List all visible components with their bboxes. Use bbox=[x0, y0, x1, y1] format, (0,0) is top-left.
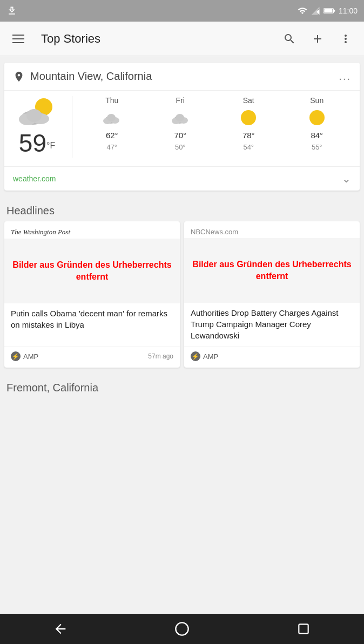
forecast-fri-label: Fri bbox=[176, 96, 185, 105]
weather-forecast: Thu 62° 47° Fri 70° bbox=[72, 96, 351, 158]
forecast-fri: Fri 70° 50° bbox=[171, 96, 190, 158]
menu-button[interactable] bbox=[9, 29, 28, 49]
svg-point-17 bbox=[309, 110, 325, 125]
news-image-1: Bilder aus Gründen des Urheberrechts ent… bbox=[4, 239, 180, 303]
search-button[interactable] bbox=[280, 29, 299, 49]
news-footer-2: ⚡ AMP bbox=[184, 347, 360, 368]
headlines-section: Headlines The Washington Post Bilder aus… bbox=[0, 197, 364, 374]
news-time-1: 57m ago bbox=[148, 352, 173, 360]
add-button[interactable] bbox=[308, 29, 327, 49]
forecast-sat-low: 54° bbox=[243, 143, 254, 151]
add-icon bbox=[311, 32, 324, 45]
news-card-2[interactable]: NBCNews.com Bilder aus Gründen des Urheb… bbox=[184, 221, 360, 368]
menu-icon bbox=[12, 35, 24, 43]
copyright-notice-1: Bilder aus Gründen des Urheberrechts ent… bbox=[4, 254, 180, 289]
status-bar: 11:00 bbox=[0, 0, 364, 22]
forecast-sat: Sat 78° 54° bbox=[239, 96, 258, 158]
page-title: Top Stories bbox=[41, 32, 271, 46]
forecast-fri-high: 70° bbox=[174, 131, 186, 140]
svg-point-7 bbox=[26, 109, 42, 122]
download-icon bbox=[6, 5, 17, 16]
news-source-2: NBCNews.com bbox=[184, 221, 360, 238]
forecast-sun-label: Sun bbox=[310, 96, 323, 105]
news-source-1: The Washington Post bbox=[4, 221, 180, 239]
forecast-sat-label: Sat bbox=[243, 96, 254, 105]
current-temp: 59°F bbox=[19, 128, 55, 158]
forecast-sun: Sun 84° 55° bbox=[307, 96, 327, 158]
headlines-label: Headlines bbox=[0, 197, 364, 221]
amp-label-2: AMP bbox=[203, 352, 218, 361]
location-header: Mountain View, California ... bbox=[4, 63, 360, 90]
status-right: 11:00 bbox=[298, 6, 358, 16]
forecast-thu-label: Thu bbox=[105, 96, 118, 105]
forecast-sun-high: 84° bbox=[311, 131, 323, 140]
forecast-sat-icon bbox=[239, 108, 258, 127]
copyright-notice-2: Bilder aus Gründen des Urheberrechts ent… bbox=[184, 253, 360, 288]
forecast-sun-icon bbox=[307, 108, 327, 127]
news-card-1[interactable]: The Washington Post Bilder aus Gründen d… bbox=[4, 221, 180, 368]
amp-icon-2: ⚡ bbox=[191, 351, 200, 361]
amp-label-1: AMP bbox=[23, 352, 38, 361]
amp-icon-1: ⚡ bbox=[11, 351, 21, 361]
wifi-icon bbox=[298, 6, 307, 16]
signal-off-icon bbox=[311, 6, 320, 16]
news-headline-2: Authorities Drop Battery Charges Against… bbox=[184, 303, 360, 347]
weather-footer: weather.com ⌄ bbox=[4, 166, 360, 191]
forecast-fri-low: 50° bbox=[175, 143, 186, 151]
forecast-sat-high: 78° bbox=[242, 131, 255, 140]
weather-source[interactable]: weather.com bbox=[13, 174, 56, 183]
weather-current: 59°F bbox=[13, 96, 72, 158]
svg-point-15 bbox=[176, 114, 184, 121]
fremont-section: Fremont, California bbox=[0, 374, 364, 401]
news-image-2: Bilder aus Gründen des Urheberrechts ent… bbox=[184, 238, 360, 303]
news-footer-1: ⚡ AMP 57m ago bbox=[4, 347, 180, 368]
status-left bbox=[6, 5, 17, 16]
weather-card: Mountain View, California ... 59°F bbox=[4, 63, 360, 191]
svg-rect-1 bbox=[334, 10, 335, 11]
search-icon bbox=[283, 32, 296, 45]
app-bar-actions bbox=[280, 29, 355, 49]
headlines-row: The Washington Post Bilder aus Gründen d… bbox=[0, 221, 364, 374]
current-weather-icon bbox=[16, 96, 59, 128]
forecast-thu-icon bbox=[102, 108, 122, 127]
battery-icon bbox=[323, 6, 335, 16]
time-display: 11:00 bbox=[339, 6, 358, 15]
news-headline-1: Putin calls Obama 'decent man' for remar… bbox=[4, 303, 180, 347]
more-button[interactable] bbox=[336, 29, 355, 49]
location-text: Mountain View, California bbox=[30, 70, 333, 83]
amp-badge-2: ⚡ AMP bbox=[191, 351, 218, 361]
forecast-thu-low: 47° bbox=[106, 143, 117, 151]
svg-rect-2 bbox=[324, 9, 332, 12]
forecast-sun-low: 55° bbox=[312, 143, 322, 151]
svg-point-11 bbox=[107, 114, 116, 121]
forecast-thu: Thu 62° 47° bbox=[102, 96, 122, 158]
svg-point-16 bbox=[241, 110, 256, 125]
amp-badge-1: ⚡ AMP bbox=[11, 351, 38, 361]
weather-body: 59°F Thu 62° 47° Fri bbox=[4, 90, 360, 166]
more-icon bbox=[339, 32, 352, 45]
forecast-thu-high: 62° bbox=[106, 131, 118, 140]
weather-collapse-button[interactable]: ⌄ bbox=[342, 172, 351, 185]
forecast-fri-icon bbox=[171, 108, 190, 127]
location-icon bbox=[13, 71, 25, 83]
temp-unit: °F bbox=[46, 141, 55, 150]
app-bar: Top Stories bbox=[0, 22, 364, 56]
weather-more-button[interactable]: ... bbox=[339, 70, 351, 83]
fremont-label: Fremont, California bbox=[0, 374, 364, 401]
